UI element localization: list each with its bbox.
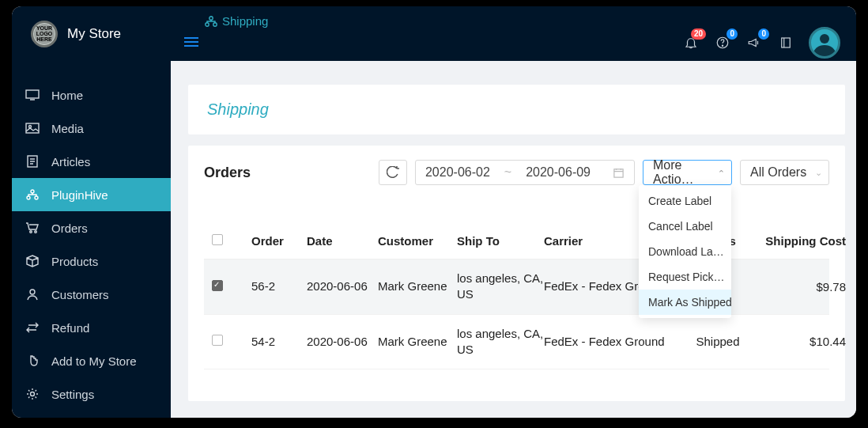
cell-date: 2020-06-06	[307, 278, 378, 294]
svg-point-14	[35, 231, 37, 233]
cell-customer: Mark Greene	[378, 334, 457, 350]
col-date: Date	[307, 234, 378, 248]
announcements-button[interactable]: 0	[745, 34, 763, 51]
announcements-badge: 0	[758, 28, 769, 40]
col-cost: Shipping Cost	[765, 234, 852, 248]
table-row[interactable]: 54-2 2020-06-06 Mark Greene los angeles,…	[204, 315, 829, 370]
action-create-label[interactable]: Create Label	[639, 188, 731, 214]
sidebar-item-orders[interactable]: Orders	[12, 211, 171, 244]
sidebar-item-label: PluginHive	[51, 188, 108, 202]
svg-point-13	[30, 231, 32, 233]
sidebar-item-products[interactable]: Products	[12, 244, 171, 278]
cart-icon	[25, 222, 40, 234]
pointer-icon	[25, 354, 40, 367]
action-download-label[interactable]: Download La…	[639, 239, 731, 264]
col-order: Order	[251, 234, 307, 248]
help-badge: 0	[726, 28, 738, 40]
sidebar: Home Media Articles PluginHive Orders Pr…	[12, 61, 171, 418]
sidebar-item-refund[interactable]: Refund	[12, 311, 171, 344]
svg-point-15	[30, 290, 35, 294]
image-icon	[25, 123, 40, 134]
page-title: Shipping	[207, 100, 269, 118]
cell-shipto: los angeles, CA, US	[457, 271, 544, 303]
orders-card: Orders 2020-06-02 ~ 2020-06-09 More Acti…	[188, 146, 845, 401]
date-start: 2020-06-02	[425, 165, 490, 180]
store-logo: YOUR LOGO HERE	[31, 21, 58, 47]
svg-point-8	[29, 126, 32, 128]
date-range-picker[interactable]: 2020-06-02 ~ 2020-06-09	[415, 160, 635, 185]
table-row[interactable]: 56-2 2020-06-06 Mark Greene los angeles,…	[204, 259, 829, 315]
cell-order: 56-2	[251, 278, 307, 294]
col-shipto: Ship To	[457, 234, 544, 248]
sidebar-item-label: Add to My Store	[51, 354, 137, 368]
menu-toggle[interactable]	[184, 35, 198, 49]
svg-point-0	[209, 16, 213, 19]
orders-filter-label: All Orders	[750, 165, 806, 180]
cell-customer: Mark Greene	[378, 278, 457, 294]
col-customer: Customer	[378, 234, 457, 248]
sitemap-icon	[205, 16, 217, 27]
more-actions-dropdown[interactable]: More Actio… ⌄	[643, 160, 732, 185]
avatar[interactable]	[809, 27, 840, 59]
svg-point-10	[31, 190, 34, 193]
box-icon	[25, 255, 40, 267]
cell-date: 2020-06-06	[307, 334, 378, 350]
orders-filter-dropdown[interactable]: All Orders ⌄	[740, 160, 829, 185]
cell-carrier: FedEx - Fedex Ground	[544, 334, 670, 350]
cell-status: Shipped	[670, 335, 765, 348]
action-mark-shipped[interactable]: Mark As Shipped	[639, 290, 731, 315]
svg-point-1	[206, 22, 209, 25]
table-header: Order Date Customer Ship To Carrier Stat…	[204, 223, 829, 259]
sidebar-item-label: Orders	[51, 222, 88, 235]
sidebar-item-label: Home	[51, 89, 83, 102]
user-icon	[25, 288, 40, 301]
orders-table: Order Date Customer Ship To Carrier Stat…	[204, 223, 829, 369]
store-name: My Store	[67, 26, 121, 42]
breadcrumb[interactable]: Shipping	[205, 14, 268, 28]
chevron-down-icon: ⌄	[815, 168, 822, 178]
select-all-checkbox[interactable]	[212, 234, 223, 245]
sidebar-item-label: Settings	[51, 388, 94, 401]
row-checkbox[interactable]	[212, 335, 223, 346]
notifications-button[interactable]: 20	[682, 34, 700, 51]
sitemap-icon	[25, 189, 40, 200]
sidebar-item-home[interactable]: Home	[12, 78, 171, 112]
row-checkbox[interactable]	[212, 280, 223, 291]
topbar-right: 20 0 0	[682, 27, 840, 59]
svg-rect-6	[26, 90, 39, 98]
more-actions-menu: Create Label Cancel Label Download La… R…	[639, 185, 731, 318]
svg-rect-5	[782, 38, 791, 47]
date-end: 2020-06-09	[526, 165, 591, 180]
topbar: YOUR LOGO HERE My Store Shipping 20 0	[12, 6, 856, 61]
docs-button[interactable]	[777, 34, 794, 51]
refresh-icon	[387, 166, 399, 179]
action-request-pickup[interactable]: Request Pick…	[639, 264, 731, 290]
notifications-badge: 20	[691, 28, 706, 40]
range-separator: ~	[504, 165, 511, 180]
help-button[interactable]: 0	[714, 34, 731, 51]
gear-icon	[25, 388, 40, 400]
sidebar-item-label: Customers	[51, 288, 109, 301]
sidebar-item-pluginhive[interactable]: PluginHive	[12, 178, 171, 211]
swap-icon	[25, 322, 40, 333]
sidebar-item-label: Refund	[51, 321, 89, 335]
orders-title: Orders	[204, 165, 251, 181]
svg-rect-17	[614, 169, 623, 176]
sidebar-item-label: Articles	[51, 155, 90, 169]
sidebar-item-articles[interactable]: Articles	[12, 145, 171, 178]
sidebar-item-media[interactable]: Media	[12, 112, 171, 145]
sidebar-item-customers[interactable]: Customers	[12, 278, 171, 311]
action-cancel-label[interactable]: Cancel Label	[639, 214, 731, 239]
sidebar-item-label: Media	[51, 122, 84, 135]
sidebar-item-add-to-store[interactable]: Add to My Store	[12, 344, 171, 377]
svg-point-4	[722, 45, 723, 46]
svg-point-12	[35, 196, 38, 199]
page-title-card: Shipping	[188, 85, 845, 134]
sidebar-item-settings[interactable]: Settings	[12, 377, 171, 411]
calendar-icon	[613, 167, 625, 179]
cell-cost: $10.44	[765, 335, 852, 348]
document-icon	[25, 155, 40, 168]
more-actions-label: More Actio…	[653, 158, 711, 187]
cell-shipto: los angeles, CA, US	[457, 326, 544, 358]
refresh-button[interactable]	[379, 160, 407, 185]
